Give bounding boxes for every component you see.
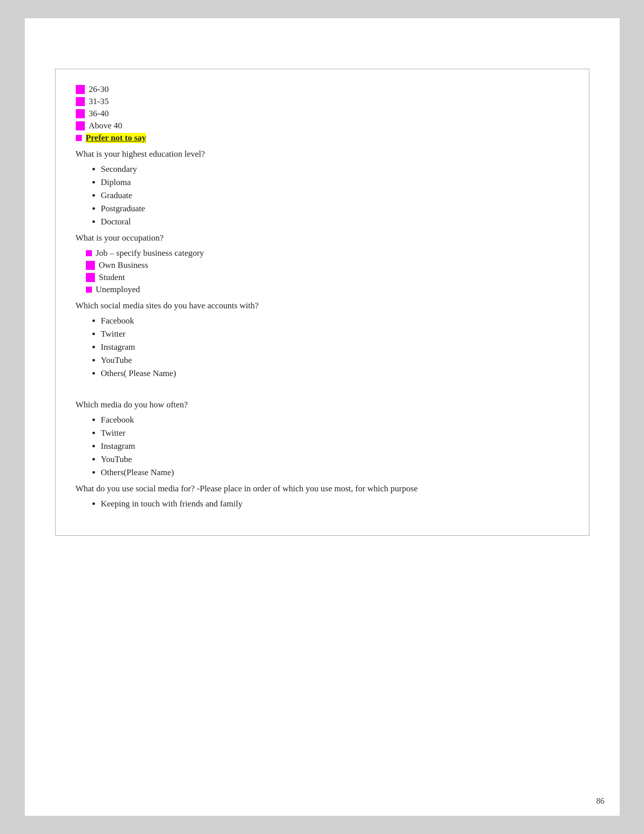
frequency-twitter: Twitter xyxy=(101,428,569,438)
checkbox-icon-student xyxy=(86,273,95,282)
social-frequency-question: Which media do you how often? xyxy=(76,400,569,410)
social-accounts-question: Which social media sites do you have acc… xyxy=(76,301,569,311)
social-account-twitter: Twitter xyxy=(101,329,569,339)
checkbox-icon-job xyxy=(86,250,92,256)
occupation-option-own-business: Own Business xyxy=(86,260,569,270)
education-option-postgraduate: Postgraduate xyxy=(101,204,569,214)
education-option-secondary: Secondary xyxy=(101,164,569,174)
social-purpose-list: Keeping in touch with friends and family xyxy=(76,499,569,509)
education-options-list: Secondary Diploma Graduate Postgraduate … xyxy=(76,164,569,227)
education-option-graduate: Graduate xyxy=(101,191,569,201)
social-frequency-list: Facebook Twitter Instagram YouTube Other… xyxy=(76,415,569,478)
checkbox-icon-unemployed xyxy=(86,287,92,293)
frequency-youtube: YouTube xyxy=(101,454,569,465)
age-option-above-40: Above 40 xyxy=(76,121,569,131)
age-options-list: 26-30 31-35 36-40 Above 40 Prefer not to… xyxy=(76,84,569,143)
checkbox-icon-36-40 xyxy=(76,109,85,118)
frequency-facebook: Facebook xyxy=(101,415,569,425)
page-container: 26-30 31-35 36-40 Above 40 Prefer not to… xyxy=(24,18,620,816)
age-option-36-40: 36-40 xyxy=(76,109,569,119)
age-option-prefer-not: Prefer not to say xyxy=(76,133,569,143)
content-box: 26-30 31-35 36-40 Above 40 Prefer not to… xyxy=(55,69,589,536)
purpose-friends-family: Keeping in touch with friends and family xyxy=(101,499,569,509)
occupation-option-student: Student xyxy=(86,272,569,283)
page-number: 86 xyxy=(597,797,605,806)
checkbox-icon-31-35 xyxy=(76,97,85,106)
occupation-options-list: Job – specify business category Own Busi… xyxy=(76,248,569,295)
social-account-youtube: YouTube xyxy=(101,355,569,365)
occupation-option-job: Job – specify business category xyxy=(86,248,569,258)
occupation-question: What is your occupation? xyxy=(76,233,569,243)
checkbox-icon-above-40 xyxy=(76,121,85,130)
frequency-others: Others(Please Name) xyxy=(101,468,569,478)
social-account-facebook: Facebook xyxy=(101,316,569,326)
checkbox-icon-prefer-not xyxy=(76,135,82,141)
occupation-option-unemployed: Unemployed xyxy=(86,285,569,295)
social-account-instagram: Instagram xyxy=(101,342,569,352)
checkbox-icon-own-business xyxy=(86,261,95,270)
age-option-31-35: 31-35 xyxy=(76,97,569,107)
age-option-26-30: 26-30 xyxy=(76,84,569,95)
social-account-others: Others( Please Name) xyxy=(101,368,569,379)
social-purpose-question: What do you use social media for? -Pleas… xyxy=(76,484,569,494)
education-question: What is your highest education level? xyxy=(76,149,569,159)
education-option-doctoral: Doctoral xyxy=(101,217,569,227)
checkbox-icon-26-30 xyxy=(76,85,85,94)
education-option-diploma: Diploma xyxy=(101,177,569,188)
frequency-instagram: Instagram xyxy=(101,441,569,451)
social-accounts-list: Facebook Twitter Instagram YouTube Other… xyxy=(76,316,569,379)
